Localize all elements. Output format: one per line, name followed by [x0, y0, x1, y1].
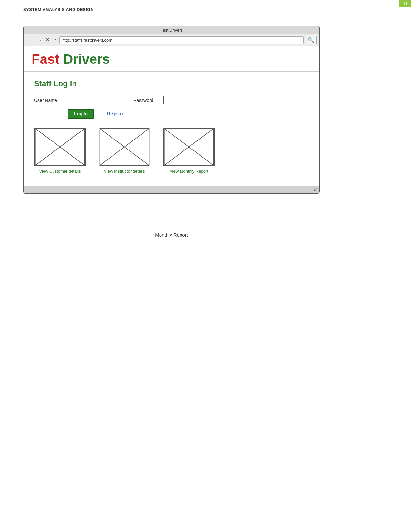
images-row: View Customer details View Instructor de…	[34, 128, 309, 174]
site-title-drivers: Drivers	[59, 52, 110, 67]
register-link[interactable]: Register	[107, 111, 124, 116]
staff-login-heading: Staff Log In	[34, 79, 309, 88]
site-header: Fast Drivers	[24, 46, 319, 72]
customer-label[interactable]: View Customer details	[39, 169, 81, 174]
username-input[interactable]	[68, 96, 119, 104]
browser-titlebar: Fast Drivers	[24, 26, 319, 34]
monthly-report-card: View Monthly Report	[163, 128, 215, 174]
browser-statusbar: //	[24, 186, 319, 193]
password-input[interactable]	[163, 96, 215, 104]
login-form-row: User Name Password	[34, 96, 309, 104]
browser-window: Fast Drivers ← → ✕ ⌂ 🔍 Fast Drivers Staf…	[23, 26, 320, 194]
browser-toolbar: ← → ✕ ⌂ 🔍	[24, 34, 319, 46]
home-button[interactable]: ⌂	[53, 37, 57, 43]
instructor-label[interactable]: View Instructor details	[104, 169, 145, 174]
close-button[interactable]: ✕	[44, 37, 51, 43]
site-title-fast: Fast	[32, 52, 59, 67]
search-button[interactable]: 🔍	[306, 36, 317, 44]
search-icon: 🔍	[308, 37, 314, 43]
instructor-card: View Instructor details	[99, 128, 150, 174]
site-title: Fast Drivers	[32, 52, 311, 67]
customer-image[interactable]	[34, 128, 86, 166]
back-button[interactable]: ←	[26, 37, 34, 43]
customer-card: View Customer details	[34, 128, 86, 174]
browser-content: Fast Drivers Staff Log In User Name Pass…	[24, 46, 319, 186]
monthly-report-label[interactable]: View Monthly Report	[170, 169, 208, 174]
password-label: Password	[133, 98, 153, 103]
username-label: User Name	[34, 98, 60, 103]
instructor-image[interactable]	[99, 128, 150, 166]
login-actions-row: Log In Register	[68, 109, 309, 119]
monthly-report-image[interactable]	[163, 128, 215, 166]
page-number: 11	[399, 0, 411, 7]
address-bar[interactable]	[59, 36, 304, 44]
resize-handle: //	[314, 187, 317, 192]
site-main: Staff Log In User Name Password Log In R…	[24, 72, 319, 186]
login-button[interactable]: Log In	[68, 109, 94, 119]
document-header: SYSTEM ANALYSIS AND DESIGN	[23, 7, 94, 12]
page-caption: Monthly Report	[23, 232, 320, 237]
forward-button[interactable]: →	[35, 37, 43, 43]
